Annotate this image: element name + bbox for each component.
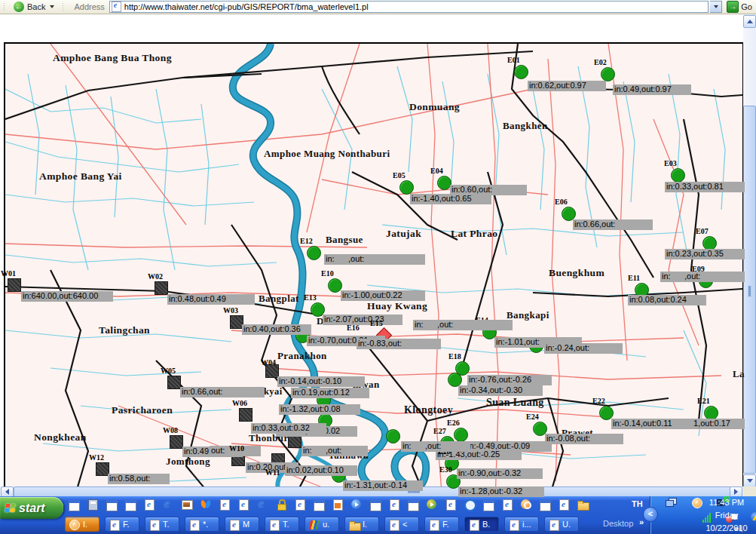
folder-quicklaunch-icon[interactable] (577, 499, 590, 511)
station-marker-e04[interactable] (437, 176, 451, 190)
taskbar-window-button[interactable]: u. (305, 517, 339, 532)
map-place-label: Lat Phrao (451, 228, 497, 240)
station-marker-e22[interactable] (599, 406, 614, 420)
go-button[interactable]: → Go (725, 1, 756, 13)
calc-quicklaunch-icon[interactable] (87, 499, 100, 511)
start-button[interactable]: start (0, 497, 63, 519)
desktop-toolbar-label[interactable]: Desktop (603, 519, 633, 528)
station-code: E07 (696, 227, 709, 235)
ie-quicklaunch-icon[interactable] (256, 499, 270, 511)
back-dropdown-icon[interactable] (50, 5, 54, 8)
station-value-label: in:-0.14,out:-0.10 (277, 376, 365, 387)
vertical-thumb-grip (746, 286, 753, 296)
taskbar-window-button[interactable]: M (225, 517, 259, 532)
map-place-label: Bangplat (259, 293, 299, 305)
station-marker[interactable] (448, 373, 462, 387)
station-marker-e21[interactable] (704, 406, 718, 420)
scroll-down-button[interactable] (743, 474, 756, 487)
station-marker-e05[interactable] (399, 180, 414, 195)
vertical-scroll-thumb[interactable] (743, 106, 756, 474)
taskbar-window-button[interactable]: B. (464, 517, 499, 532)
scroll-right-button[interactable] (730, 486, 742, 497)
address-toolbar-grip[interactable] (62, 2, 65, 11)
taskbar-window-button[interactable]: *. (185, 517, 219, 532)
iedoc-quicklaunch-icon[interactable] (237, 499, 251, 511)
station-value-label: in: ,out: (413, 320, 513, 330)
station-marker-e03[interactable] (671, 168, 685, 183)
toolbar-overflow-chevron[interactable]: » (639, 517, 644, 526)
taskbar-window-button[interactable]: T. (145, 517, 179, 532)
window-quicklaunch-icon[interactable] (106, 499, 119, 511)
vertical-scrollbar[interactable] (743, 14, 756, 486)
iedoc-quicklaunch-icon[interactable] (445, 499, 458, 511)
station-marker-e01[interactable] (514, 65, 528, 79)
taskbar-window-button[interactable]: < (384, 517, 419, 532)
tray-collapse-chevron[interactable]: < (643, 507, 658, 522)
station-marker[interactable] (386, 429, 400, 443)
scroll-up-icon (747, 20, 753, 23)
taskbar-window-button[interactable]: T. (265, 517, 299, 532)
ie-quicklaunch-icon[interactable] (162, 499, 176, 511)
iedoc-quicklaunch-icon[interactable] (143, 499, 157, 511)
butterfly-quicklaunch-icon[interactable] (200, 499, 213, 511)
gis-map[interactable] (4, 42, 744, 502)
station-marker-e07[interactable] (702, 236, 717, 250)
station-marker-e02[interactable] (601, 67, 615, 81)
taskbar-clock[interactable]: 11:43 PM Friday 10/22/2010 (699, 498, 754, 532)
station-marker-e06[interactable] (562, 207, 576, 221)
window-quicklaunch-icon[interactable] (124, 499, 138, 511)
iedoc-quicklaunch-icon[interactable] (558, 499, 571, 511)
window-quicklaunch-icon[interactable] (539, 499, 552, 511)
window-quicklaunch-icon[interactable] (482, 499, 496, 511)
window-quicklaunch-icon[interactable] (369, 499, 383, 511)
taskbar-window-button[interactable]: F. (424, 517, 459, 532)
scroll-up-button[interactable] (743, 15, 756, 28)
docorange-quicklaunch-icon[interactable] (332, 499, 345, 511)
outlook-quicklaunch-icon[interactable] (520, 499, 534, 511)
media-quicklaunch-icon[interactable] (350, 499, 364, 511)
station-marker-e10[interactable] (328, 278, 342, 293)
address-dropdown-button[interactable] (710, 1, 722, 13)
station-marker-w08[interactable] (170, 435, 183, 449)
map-place-label: Pranakhon (277, 350, 327, 362)
station-marker-e12[interactable] (307, 246, 321, 260)
station-code: E06 (555, 198, 568, 206)
clock-date: 10/22/2010 (705, 523, 747, 532)
language-indicator[interactable]: TH (632, 499, 643, 508)
lock-quicklaunch-icon[interactable] (275, 499, 289, 511)
station-code: E15 (370, 319, 383, 327)
photo-quicklaunch-icon[interactable] (181, 499, 194, 511)
network-computers-icon[interactable] (665, 497, 676, 508)
back-label: Back (27, 2, 45, 11)
station-marker-w02[interactable] (155, 281, 168, 295)
station-marker-w06[interactable] (239, 408, 253, 422)
taskbar-window-button[interactable]: U. (544, 517, 579, 532)
taskbar-window-button[interactable]: I. (65, 517, 99, 532)
clockblue-quicklaunch-icon[interactable] (464, 499, 477, 511)
page-icon (112, 2, 121, 12)
window-quicklaunch-icon[interactable] (68, 499, 81, 511)
taskbar-window-button[interactable]: i... (504, 517, 539, 532)
station-marker-e26[interactable] (454, 428, 468, 442)
mediagreen-quicklaunch-icon[interactable] (426, 499, 439, 511)
window-quicklaunch-icon[interactable] (313, 499, 326, 511)
iedoc-quicklaunch-icon[interactable] (294, 499, 308, 511)
folder-icon (348, 519, 360, 530)
taskbar-button-label: < (402, 520, 407, 529)
address-url[interactable]: http://www.thaiwater.net/cgi-pub/GIS/REP… (124, 2, 369, 11)
taskbar-window-button[interactable]: I. (344, 517, 379, 532)
taskbar-button-label: U. (562, 520, 571, 529)
taskbar-window-button[interactable]: F. (105, 517, 139, 532)
back-button[interactable]: ← Back (9, 1, 59, 13)
address-bar[interactable]: http://www.thaiwater.net/cgi-pub/GIS/REP… (109, 1, 709, 13)
iedoc-quicklaunch-icon[interactable] (219, 499, 232, 511)
iedoc-quicklaunch-icon[interactable] (388, 499, 402, 511)
toolbar-grip[interactable] (3, 2, 6, 11)
station-value-label: in:0.40,out:0.36 (242, 324, 311, 335)
window-quicklaunch-icon[interactable] (407, 499, 421, 511)
iedoc-quicklaunch-icon[interactable] (501, 499, 515, 511)
scroll-left-button[interactable] (1, 486, 14, 497)
station-marker-w01[interactable] (8, 278, 21, 292)
station-marker-w05[interactable] (167, 376, 181, 389)
station-code: W04 (261, 358, 276, 367)
